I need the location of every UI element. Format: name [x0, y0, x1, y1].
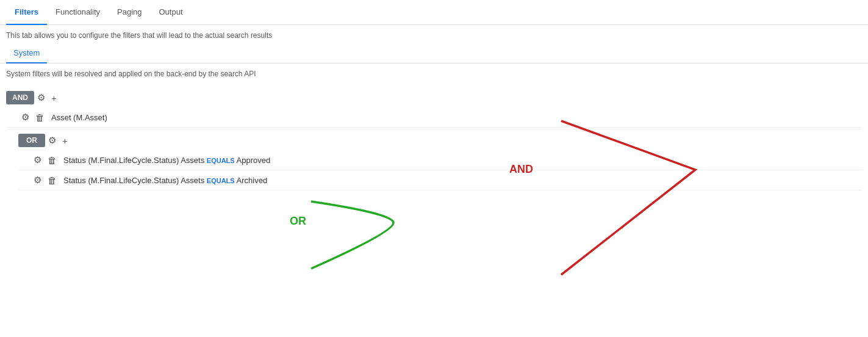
asset-settings-button[interactable]: ⚙: [18, 111, 32, 124]
sub-tab-system[interactable]: System: [6, 43, 47, 63]
system-description: System filters will be resolved and appl…: [0, 63, 868, 83]
and-add-button[interactable]: +: [48, 92, 60, 104]
archived-filter-text: Status (M.Final.LifeCycle.Status) Assets…: [63, 176, 267, 185]
trash-icon-asset: 🗑: [35, 112, 45, 123]
asset-filter-text: Asset (M.Asset): [51, 113, 107, 122]
sub-tabs: System: [0, 43, 868, 63]
trash-icon-archived: 🗑: [48, 175, 57, 186]
tab-functionality[interactable]: Functionality: [47, 0, 109, 25]
plus-icon: +: [51, 93, 57, 103]
main-tabs: Filters Functionality Paging Output: [0, 0, 868, 25]
and-button[interactable]: AND: [6, 91, 34, 104]
tab-output[interactable]: Output: [150, 0, 191, 25]
or-group-header: OR ⚙ +: [18, 131, 862, 150]
tab-filters[interactable]: Filters: [6, 0, 47, 25]
archived-delete-button[interactable]: 🗑: [45, 174, 60, 187]
trash-icon-approved: 🗑: [48, 155, 57, 165]
or-settings-button[interactable]: ⚙: [45, 134, 59, 147]
or-add-button[interactable]: +: [59, 134, 71, 147]
status-approved-item: ⚙ 🗑 Status (M.Final.LifeCycle.Status) As…: [18, 150, 862, 170]
and-settings-button[interactable]: ⚙: [34, 91, 48, 104]
or-button[interactable]: OR: [18, 134, 45, 147]
and-group-header: AND ⚙ +: [6, 88, 862, 107]
or-group: OR ⚙ + ⚙ 🗑 Status (M.Final.LifeCycle.Sta…: [18, 131, 862, 190]
group-divider: [6, 129, 862, 129]
gear-icon-or: ⚙: [48, 135, 56, 146]
plus-icon-or: +: [62, 136, 68, 146]
svg-text:OR: OR: [290, 215, 306, 227]
asset-delete-button[interactable]: 🗑: [32, 111, 48, 124]
approved-settings-button[interactable]: ⚙: [30, 153, 45, 167]
gear-icon-asset: ⚙: [21, 112, 29, 123]
gear-icon-approved: ⚙: [34, 154, 41, 165]
approved-filter-text: Status (M.Final.LifeCycle.Status) Assets…: [63, 156, 270, 165]
gear-icon-archived: ⚙: [34, 175, 41, 186]
and-group: AND ⚙ + ⚙ 🗑 Asset (M.Asset) OR ⚙: [0, 83, 868, 195]
tab-paging[interactable]: Paging: [109, 0, 150, 25]
asset-filter-item: ⚙ 🗑 Asset (M.Asset): [6, 107, 862, 128]
status-archived-item: ⚙ 🗑 Status (M.Final.LifeCycle.Status) As…: [18, 170, 862, 190]
archived-settings-button[interactable]: ⚙: [30, 173, 45, 187]
gear-icon: ⚙: [37, 92, 45, 103]
tab-description: This tab allows you to configure the fil…: [0, 25, 868, 43]
approved-delete-button[interactable]: 🗑: [45, 154, 60, 167]
